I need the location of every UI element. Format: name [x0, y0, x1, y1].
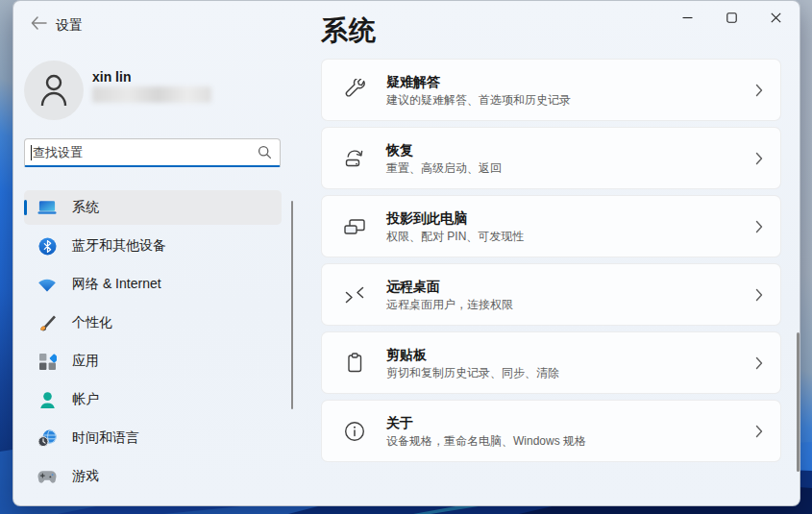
- chevron-right-icon: [755, 152, 763, 165]
- card-remote-desktop[interactable]: 远程桌面 远程桌面用户，连接权限: [321, 263, 781, 326]
- accounts-icon: [37, 390, 57, 409]
- remote-desktop-icon: [343, 283, 366, 306]
- card-troubleshoot[interactable]: 疑难解答 建议的疑难解答、首选项和历史记录: [321, 59, 781, 121]
- sidebar-item-label: 帐户: [72, 391, 99, 408]
- personalization-icon: [37, 313, 57, 332]
- recovery-icon: [343, 147, 366, 170]
- card-project-to-pc[interactable]: 投影到此电脑 权限、配对 PIN、可发现性: [321, 195, 781, 257]
- back-button[interactable]: [27, 14, 50, 36]
- system-icon: [37, 198, 57, 217]
- card-subtitle: 设备规格，重命名电脑、Windows 规格: [386, 433, 755, 449]
- card-title: 疑难解答: [386, 73, 755, 90]
- sidebar-item-label: 时间和语言: [72, 429, 139, 447]
- close-icon: [771, 12, 781, 23]
- chevron-right-icon: [755, 84, 763, 97]
- person-icon: [35, 69, 73, 111]
- page-title: 系统: [321, 12, 377, 49]
- card-title: 剪贴板: [386, 346, 755, 363]
- apps-icon: [37, 352, 57, 371]
- back-arrow-icon: [31, 16, 47, 34]
- user-name: xin lin: [92, 69, 131, 85]
- clipboard-icon: [343, 352, 366, 375]
- card-title: 关于: [386, 414, 755, 431]
- maximize-icon: [726, 12, 737, 23]
- sidebar-item-bluetooth-devices[interactable]: 蓝牙和其他设备: [24, 229, 282, 263]
- sidebar-item-label: 网络 & Internet: [72, 276, 161, 293]
- sidebar-item-label: 个性化: [72, 314, 112, 331]
- chevron-right-icon: [755, 220, 763, 233]
- card-subtitle: 建议的疑难解答、首选项和历史记录: [386, 92, 755, 108]
- sidebar-item-system[interactable]: 系统: [24, 190, 282, 225]
- network-icon: [37, 275, 57, 294]
- maximize-button[interactable]: [709, 1, 753, 34]
- sidebar-scrollbar-thumb[interactable]: [291, 201, 293, 409]
- card-recovery[interactable]: 恢复 重置、高级启动、返回: [321, 127, 781, 189]
- text-caret: [31, 145, 32, 160]
- card-title: 投影到此电脑: [386, 209, 755, 227]
- sidebar-item-apps[interactable]: 应用: [24, 344, 282, 379]
- card-title: 远程桌面: [386, 278, 755, 295]
- card-subtitle: 重置、高级启动、返回: [386, 160, 755, 176]
- chevron-right-icon: [755, 288, 763, 302]
- selected-indicator: [24, 200, 27, 215]
- bluetooth-icon: [37, 236, 57, 256]
- sidebar-item-personalization[interactable]: 个性化: [24, 306, 282, 340]
- card-title: 恢复: [386, 141, 755, 159]
- search-box[interactable]: [24, 138, 281, 167]
- time-language-icon: [37, 428, 57, 448]
- sidebar-item-gaming[interactable]: 游戏: [24, 459, 282, 494]
- card-subtitle: 剪切和复制历史记录、同步、清除: [386, 365, 755, 380]
- close-button[interactable]: [753, 1, 798, 34]
- about-icon: [343, 420, 366, 443]
- card-subtitle: 远程桌面用户，连接权限: [386, 297, 755, 312]
- avatar[interactable]: [24, 61, 84, 120]
- sidebar-item-label: 应用: [72, 353, 99, 370]
- minimize-button[interactable]: [665, 1, 709, 34]
- main-scrollbar-thumb[interactable]: [797, 332, 800, 472]
- search-icon: [258, 145, 272, 159]
- sidebar-item-label: 蓝牙和其他设备: [72, 237, 166, 255]
- card-clipboard[interactable]: 剪贴板 剪切和复制历史记录、同步、清除: [321, 331, 781, 394]
- card-subtitle: 权限、配对 PIN、可发现性: [386, 229, 755, 244]
- search-input[interactable]: [33, 145, 258, 159]
- chevron-right-icon: [755, 356, 763, 370]
- window-controls: [665, 1, 798, 34]
- sidebar-item-label: 系统: [72, 199, 99, 216]
- sidebar-item-network-internet[interactable]: 网络 & Internet: [24, 267, 282, 302]
- app-title: 设置: [56, 17, 83, 35]
- user-email-redacted: [92, 86, 211, 103]
- card-about[interactable]: 关于 设备规格，重命名电脑、Windows 规格: [321, 400, 781, 462]
- project-icon: [343, 215, 366, 238]
- chevron-right-icon: [755, 425, 763, 438]
- sidebar-nav: 系统 蓝牙和其他设备 网络 & Internet 个性化 应用 帐户 时间和语言…: [24, 190, 282, 498]
- sidebar-item-label: 游戏: [72, 468, 99, 485]
- minimize-icon: [682, 12, 693, 23]
- settings-window: 设置 xin lin 系统 蓝牙和其他设备 网络 & Internet 个性化 …: [12, 0, 800, 506]
- troubleshoot-icon: [343, 79, 366, 102]
- gaming-icon: [37, 467, 57, 486]
- sidebar-item-accounts[interactable]: 帐户: [24, 382, 282, 417]
- sidebar-item-time-language[interactable]: 时间和语言: [24, 421, 282, 455]
- settings-card-list: 疑难解答 建议的疑难解答、首选项和历史记录 恢复 重置、高级启动、返回 投影到此…: [321, 59, 781, 468]
